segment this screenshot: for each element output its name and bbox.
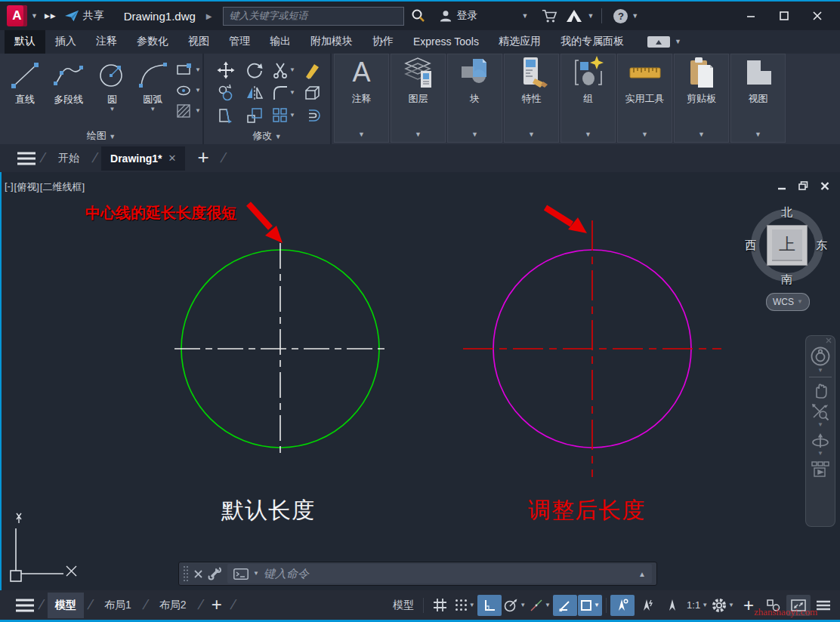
file-tab-menu-icon[interactable] — [17, 152, 36, 165]
erase-button[interactable] — [303, 61, 321, 79]
isodraft-toggle[interactable]: ▼ — [528, 595, 552, 616]
array-button[interactable]: ▼ — [271, 106, 295, 125]
object-snap-toggle[interactable]: ▼ — [578, 595, 602, 616]
offset-button[interactable] — [303, 106, 321, 125]
new-drawing-icon[interactable]: + — [197, 146, 208, 169]
array-caret-icon[interactable]: ▼ — [289, 112, 295, 119]
steering-wheel-icon[interactable] — [809, 345, 832, 368]
command-prompt-icon[interactable] — [233, 568, 249, 580]
panel-block[interactable]: 块 ▼ — [447, 54, 502, 143]
search-icon[interactable] — [407, 5, 430, 26]
clipboard-panel-caret-icon[interactable]: ▼ — [698, 131, 705, 138]
command-history-icon[interactable]: ▲ — [638, 570, 646, 578]
tab-featured-apps[interactable]: 精选应用 — [489, 30, 551, 54]
viewcube-west[interactable]: 西 — [745, 239, 756, 253]
tab-addins[interactable]: 附加模块 — [301, 30, 363, 54]
tab-manage[interactable]: 管理 — [219, 30, 260, 54]
command-line-bar[interactable]: ▼ 键入命令 ▲ — [178, 562, 657, 586]
polyline-button[interactable]: 多段线 — [45, 58, 92, 119]
panel-utilities[interactable]: 实用工具 ▼ — [617, 54, 672, 143]
line-button[interactable]: 直线 — [5, 58, 45, 119]
layers-panel-caret-icon[interactable]: ▼ — [415, 131, 422, 138]
store-cart-icon[interactable] — [537, 5, 561, 26]
minimize-button[interactable] — [734, 5, 767, 27]
ellipse-button[interactable]: ▼ — [176, 83, 201, 98]
layout-tab-model[interactable]: 模型 — [48, 593, 84, 618]
drawing-canvas[interactable]: [-] [俯视] [二维线框] 中心线的延长长度很短 默认长度 调整后长度 上 … — [0, 172, 840, 590]
steering-wheel-caret-icon[interactable]: ▼ — [817, 368, 823, 374]
move-button[interactable] — [217, 61, 235, 79]
sign-in-label[interactable]: 登录 — [457, 9, 478, 23]
pan-icon[interactable] — [811, 380, 830, 400]
tab-view[interactable]: 视图 — [178, 30, 219, 54]
utilities-panel-caret-icon[interactable]: ▼ — [641, 131, 648, 138]
annotation-autoscale-toggle[interactable] — [635, 595, 659, 616]
polar-caret-icon[interactable]: ▼ — [520, 602, 526, 608]
grid-display-toggle[interactable] — [428, 595, 452, 616]
box-button[interactable] — [303, 84, 321, 102]
snap-mode-toggle[interactable]: ▼ — [452, 595, 477, 616]
layout-tab-layout2[interactable]: 布局2 — [152, 593, 194, 618]
annotation-scale-icon[interactable] — [660, 595, 684, 616]
zoom-extents-icon[interactable] — [811, 402, 830, 422]
polar-tracking-toggle[interactable]: ▼ — [502, 595, 527, 616]
modify-panel-footer[interactable]: 修改 ▼ — [204, 129, 330, 143]
viewcube-top-face[interactable]: 上 — [767, 225, 808, 266]
arc-caret-icon[interactable]: ▼ — [150, 106, 156, 112]
rectangle-caret-icon[interactable]: ▼ — [195, 67, 201, 73]
panel-properties[interactable]: 特性 ▼ — [504, 54, 559, 143]
osnap-tracking-toggle[interactable] — [553, 595, 577, 616]
account-caret-icon[interactable]: ▼ — [522, 13, 529, 20]
fillet-button[interactable]: ▼ — [271, 84, 295, 102]
hatch-button[interactable]: ▼ — [176, 103, 201, 119]
arc-button[interactable]: 圆弧 ▼ — [132, 58, 173, 119]
workspace-caret-icon[interactable]: ▼ — [728, 602, 734, 608]
tab-home[interactable]: 默认 — [5, 30, 45, 54]
ribbon-display-toggle[interactable] — [647, 36, 670, 48]
app-menu-caret-icon[interactable]: ▼ — [31, 13, 38, 20]
file-tab-start[interactable]: 开始 — [49, 146, 88, 171]
panel-groups[interactable]: 组 ▼ — [561, 54, 616, 143]
tab-collaborate[interactable]: 协作 — [363, 30, 403, 54]
viewcube-north[interactable]: 北 — [781, 205, 792, 220]
viewport-control-visualstyle[interactable]: [二维线框] — [40, 180, 85, 194]
block-panel-caret-icon[interactable]: ▼ — [471, 131, 478, 138]
view-panel-caret-icon[interactable]: ▼ — [755, 131, 761, 138]
viewcube-east[interactable]: 东 — [816, 239, 827, 253]
osnap-caret-icon[interactable]: ▼ — [594, 602, 600, 608]
command-input[interactable]: ▼ 键入命令 ▲ — [227, 564, 652, 584]
viewport-restore-icon[interactable] — [798, 181, 808, 190]
share-label[interactable]: 共享 — [83, 9, 104, 23]
ribbon-display-caret-icon[interactable]: ▼ — [675, 38, 681, 45]
viewport-control-view[interactable]: [俯视] — [14, 180, 39, 194]
draw-panel-footer[interactable]: 绘图 ▼ — [0, 129, 202, 143]
fillet-caret-icon[interactable]: ▼ — [289, 90, 295, 96]
stretch-button[interactable] — [217, 106, 235, 125]
command-close-icon[interactable] — [194, 570, 202, 578]
navbar-close-icon[interactable] — [826, 337, 832, 343]
workspace-gear-icon[interactable]: ▼ — [710, 595, 736, 616]
hatch-caret-icon[interactable]: ▼ — [195, 108, 201, 114]
zoom-caret-icon[interactable]: ▼ — [817, 422, 823, 428]
user-icon[interactable] — [434, 5, 457, 26]
isodraft-caret-icon[interactable]: ▼ — [545, 602, 551, 608]
panel-layers[interactable]: 图层 ▼ — [391, 54, 446, 143]
model-space-toggle[interactable]: 模型 — [388, 595, 419, 616]
rectangle-button[interactable]: ▼ — [176, 63, 201, 78]
tab-annotate[interactable]: 注释 — [86, 30, 127, 54]
tab-express-tools[interactable]: Express Tools — [403, 31, 489, 53]
orbit-icon[interactable] — [811, 431, 830, 451]
file-tab-close-icon[interactable]: ✕ — [168, 152, 177, 164]
maximize-button[interactable] — [767, 5, 801, 27]
autodesk-caret-icon[interactable]: ▼ — [587, 13, 594, 20]
groups-panel-caret-icon[interactable]: ▼ — [585, 131, 591, 138]
ortho-mode-toggle[interactable] — [477, 595, 502, 616]
panel-annotation[interactable]: A 注释 ▼ — [334, 54, 389, 143]
wcs-dropdown[interactable]: WCS▼ — [766, 293, 810, 311]
annotation-panel-caret-icon[interactable]: ▼ — [358, 131, 365, 138]
tab-output[interactable]: 输出 — [260, 30, 301, 54]
app-menu-button[interactable]: A — [7, 5, 27, 26]
file-tab-drawing1[interactable]: Drawing1* ✕ — [101, 146, 185, 171]
copy-button[interactable] — [217, 84, 235, 102]
layout-menu-icon[interactable] — [15, 599, 35, 612]
